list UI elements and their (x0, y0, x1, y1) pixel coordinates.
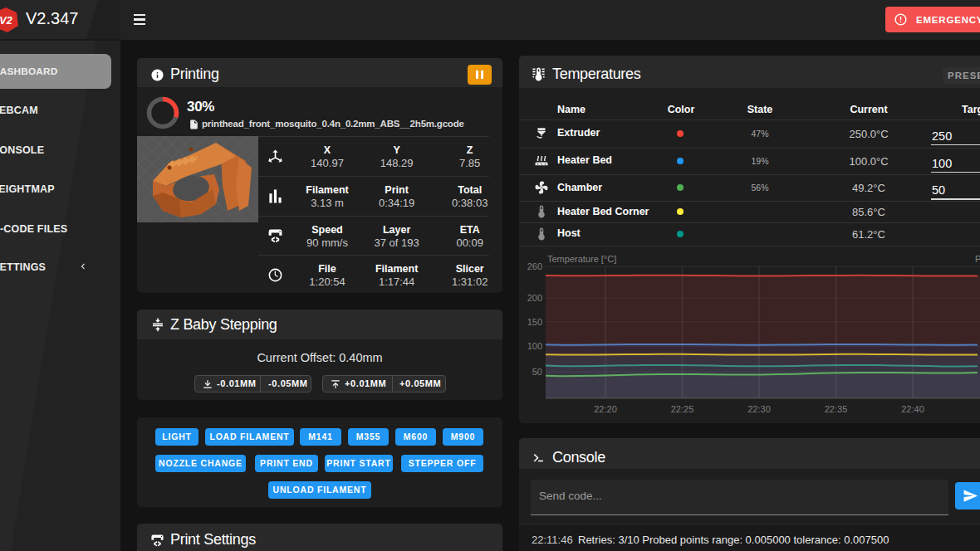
svg-text:V2: V2 (0, 15, 12, 27)
svg-text:22:25: 22:25 (671, 404, 694, 414)
svg-text:50: 50 (532, 367, 542, 377)
svg-text:200: 200 (527, 293, 542, 303)
svg-text:150: 150 (527, 317, 542, 327)
svg-text:22:40: 22:40 (901, 404, 924, 414)
svg-text:100: 100 (527, 341, 542, 351)
svg-text:Power [%]: Power [%] (975, 254, 980, 264)
svg-text:Temperature [°C]: Temperature [°C] (547, 254, 616, 264)
svg-text:22:35: 22:35 (825, 404, 848, 414)
svg-text:22:30: 22:30 (747, 404, 771, 414)
svg-text:260: 260 (527, 261, 542, 271)
svg-text:22:20: 22:20 (594, 404, 617, 414)
